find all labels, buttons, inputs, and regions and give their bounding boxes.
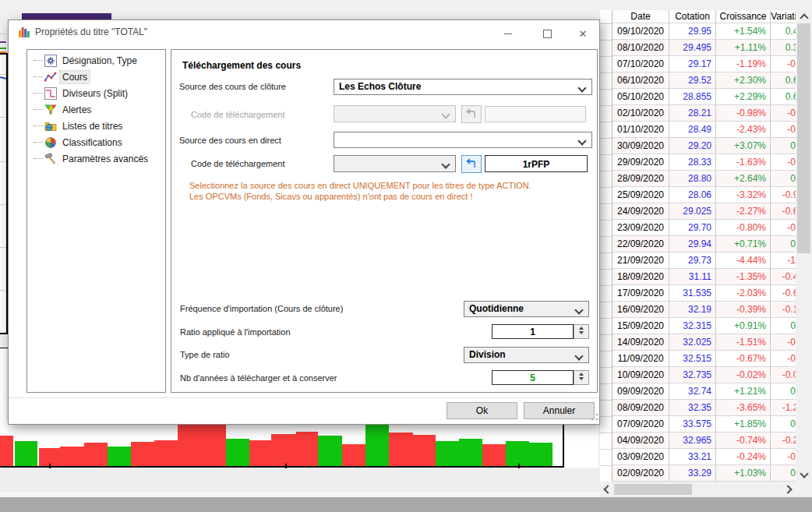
column-header-croissance[interactable]: Croissance — [716, 10, 771, 23]
table-row[interactable]: 07/10/202029.17-1.19%-0.3 — [613, 56, 796, 72]
table-row[interactable]: 03/09/202033.21-0.24%-0.0 — [613, 449, 796, 465]
row-header-cell — [600, 401, 612, 417]
table-row[interactable]: 04/09/202032.965-0.74%-0.24 — [613, 433, 796, 449]
sidebar-item-cours[interactable]: Cours — [27, 69, 165, 85]
years-spinner[interactable] — [574, 370, 589, 385]
combo-chevron-icon — [441, 110, 450, 118]
ok-button[interactable]: Ok — [447, 402, 517, 419]
maximize-button[interactable] — [534, 24, 560, 43]
close-source-combobox[interactable]: Les Echos Clôture — [334, 79, 592, 95]
sidebar-item-d-signation-type[interactable]: Désignation, Type — [27, 52, 165, 69]
scroll-up-button[interactable] — [796, 10, 812, 23]
ratio-type-combobox[interactable]: Division — [464, 347, 589, 363]
sidebar-item-diviseurs-split-[interactable]: Diviseurs (Split) — [27, 85, 165, 101]
sidebar-item-alertes[interactable]: Alertes — [27, 101, 165, 118]
cancel-button[interactable]: Annuler — [524, 402, 595, 419]
scroll-down-button[interactable] — [796, 468, 812, 482]
table-row[interactable]: 15/09/202032.315+0.91%0.2 — [613, 318, 796, 334]
live-code-label: Code de téléchargement — [191, 159, 284, 168]
table-row[interactable]: 16/09/202032.19-0.39%-0.12 — [613, 302, 796, 318]
table-row[interactable]: 11/09/202032.515-0.67%-0.2 — [613, 351, 796, 367]
column-header-date[interactable]: Date — [613, 10, 669, 23]
spin-up-icon[interactable] — [579, 373, 584, 376]
column-header-cotation[interactable]: Cotation — [669, 10, 716, 23]
table-row[interactable]: 14/09/202032.025-1.51%-0.4 — [613, 334, 796, 351]
cotation-cell: 28.80 — [669, 171, 716, 187]
variation-cell: -0.96 — [771, 187, 796, 203]
row-header-cell — [600, 384, 612, 401]
table-row[interactable]: 08/09/202032.35-3.65%-1.22 — [613, 400, 796, 416]
croissance-cell: -0.74% — [716, 433, 771, 449]
row-header-cell — [600, 351, 612, 368]
spin-down-icon[interactable] — [579, 377, 584, 380]
cotation-cell: 32.19 — [669, 302, 716, 318]
table-row[interactable]: 02/10/202028.21-0.98%-0.2 — [613, 105, 796, 122]
table-row[interactable]: 17/09/202031.535-2.03%-0.65 — [613, 285, 796, 302]
minimize-button[interactable] — [495, 24, 521, 43]
column-header-variation[interactable]: Variation — [771, 10, 796, 23]
scroll-right-button[interactable] — [782, 482, 796, 496]
spin-down-icon[interactable] — [579, 331, 584, 334]
tree-connector — [34, 109, 43, 110]
dialog-titlebar[interactable]: Propriétés du titre "TOTAL" ✕ — [9, 20, 599, 44]
variation-cell: -0.0 — [771, 449, 796, 465]
table-row[interactable]: 23/09/202029.70-0.80%-0.2 — [613, 220, 796, 236]
table-row[interactable]: 05/10/202028.855+2.29%0.64 — [613, 89, 796, 105]
table-row[interactable]: 30/09/202029.20+3.07%0.8 — [613, 138, 796, 154]
ratio-field[interactable]: 1 — [492, 324, 574, 339]
cotation-cell: 31.535 — [669, 285, 716, 302]
sidebar-item-classifications[interactable]: Classifications — [27, 134, 165, 150]
table-row[interactable]: 09/10/202029.95+1.54%0.45 — [613, 23, 796, 40]
cotation-cell: 33.575 — [669, 416, 716, 433]
date-cell: 08/10/2020 — [613, 40, 669, 56]
table-row[interactable]: 06/10/202029.52+2.30%0.66 — [613, 72, 796, 89]
table-row[interactable]: 21/09/202029.73-4.44%-1.3 — [613, 252, 796, 269]
table-row[interactable]: 02/09/202033.29+1.03%0.3 — [613, 465, 796, 482]
croissance-cell: -2.03% — [716, 285, 771, 302]
sidebar-item-listes-de-titres[interactable]: Listes de titres — [27, 118, 165, 134]
ratio-spinner[interactable] — [574, 324, 589, 339]
variation-cell: -0.4 — [771, 334, 796, 351]
horizontal-scrollbar[interactable] — [600, 482, 796, 496]
vertical-scrollbar[interactable] — [796, 10, 812, 482]
table-row[interactable]: 25/09/202028.06-3.32%-0.96 — [613, 187, 796, 203]
table-row[interactable]: 29/09/202028.33-1.63%-0.4 — [613, 154, 796, 171]
table-row[interactable]: 18/09/202031.11-1.35%-0.42 — [613, 269, 796, 285]
table-row[interactable]: 10/09/202032.735-0.02%-0.00 — [613, 367, 796, 383]
live-code-field[interactable]: 1rPFP — [485, 155, 588, 172]
date-cell: 17/09/2020 — [613, 285, 669, 302]
table-row[interactable]: 24/09/202029.025-2.27%-0.67 — [613, 203, 796, 220]
sidebar-item-label: Alertes — [60, 104, 94, 116]
sidebar-item-param-tres-avanc-s[interactable]: Paramètres avancés — [27, 150, 165, 167]
table-row[interactable]: 28/09/202028.80+2.64%0.7 — [613, 171, 796, 187]
table-row[interactable]: 01/10/202028.49-2.43%-0.7 — [613, 122, 796, 138]
table-row[interactable]: 08/10/202029.495+1.11%0.32 — [613, 40, 796, 56]
table-row[interactable]: 07/09/202033.575+1.85%0.6 — [613, 416, 796, 433]
cotation-cell: 29.495 — [669, 40, 716, 56]
croissance-cell: -0.80% — [716, 220, 771, 236]
close-button[interactable]: ✕ — [570, 24, 596, 43]
horizontal-scroll-thumb[interactable] — [614, 484, 692, 495]
date-cell: 21/09/2020 — [613, 252, 669, 269]
vertical-scroll-thumb[interactable] — [797, 23, 810, 253]
scroll-left-button[interactable] — [600, 482, 613, 496]
date-cell: 09/09/2020 — [613, 383, 669, 400]
years-field[interactable]: 5 — [492, 370, 574, 385]
variation-cell: -0.2 — [771, 220, 796, 236]
live-source-combobox[interactable] — [334, 132, 592, 148]
table-row[interactable]: 22/09/202029.94+0.71%0.2 — [613, 236, 796, 252]
sidebar-panel: Désignation, TypeCoursDiviseurs (Split)A… — [26, 49, 166, 393]
croissance-cell: -0.98% — [716, 105, 771, 122]
sidebar-item-label: Paramètres avancés — [60, 153, 150, 165]
sidebar-item-label: Classifications — [60, 136, 125, 149]
row-header-cell — [600, 335, 612, 351]
croissance-cell: -3.65% — [716, 400, 771, 416]
resize-grip[interactable] — [591, 414, 598, 420]
table-row[interactable]: 09/09/202032.74+1.21%0.3 — [613, 383, 796, 400]
date-cell: 08/09/2020 — [613, 400, 669, 416]
cotation-cell: 32.74 — [669, 383, 716, 400]
frequency-combobox[interactable]: Quotidienne — [464, 301, 589, 317]
live-code-combobox[interactable] — [334, 155, 456, 172]
live-code-refresh-button[interactable] — [461, 155, 482, 173]
spin-up-icon[interactable] — [579, 327, 584, 330]
